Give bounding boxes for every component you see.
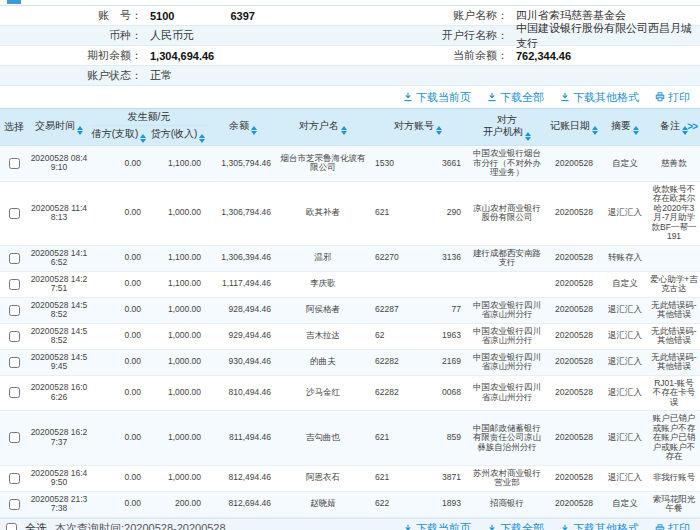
cell-balance: 1,305,794.46 [208,146,278,182]
cell-counterparty-bank: 招商银行 [468,491,546,517]
cell-counterparty-name: 欧其补者 [278,181,368,245]
col-amount-group: 发生额/元 [90,109,208,126]
col-credit[interactable]: 贷方(收入) [148,126,208,146]
account-name-label: 账户名称： [418,8,508,23]
cell-summary: 转账存入 [602,245,648,271]
cell-credit: 1,000.00 [148,349,208,375]
cell-counterparty-name: 烟台市芝罘鲁海化玻有限公司 [278,146,368,182]
col-transaction-time[interactable]: 交易时间 [28,109,90,146]
cell-transaction-time: 20200528 14:16:52 [28,245,90,271]
cell-counterparty-account: 6221893 [368,491,468,517]
download-all-link[interactable]: 下载全部 [487,521,544,530]
table-row: 20200528 14:59:450.001,000.00930,494.46的… [0,349,700,375]
sort-icon[interactable] [77,126,83,135]
account-status-label: 账户状态： [0,68,142,83]
cell-debit: 0.00 [90,245,148,271]
cell-transaction-time: 20200528 16:27:37 [28,411,90,466]
top-tab-indicator [7,0,21,4]
table-row: 20200528 14:16:520.001,100.001,306,394.4… [0,245,700,271]
col-debit[interactable]: 借方(支取) [90,126,148,146]
download-other-format-link[interactable]: 下载其他格式 [560,90,639,105]
cell-remark: 非我行账号 [648,465,700,491]
sort-icon[interactable] [436,126,442,135]
cell-remark: 收款账号不存在欧其尔哈2020年3月-7月助学款BF一帮一191 [648,181,700,245]
print-link[interactable]: 打印 [655,521,690,530]
sort-icon[interactable] [592,126,598,135]
download-current-page-link[interactable]: 下载当前页 [403,90,471,105]
cell-transaction-time: 20200528 14:27:51 [28,271,90,297]
download-other-format-link[interactable]: 下载其他格式 [560,521,639,530]
download-icon [403,92,413,102]
cell-post-date: 20200528 [546,491,602,517]
row-checkbox[interactable] [9,331,20,342]
sort-icon[interactable] [251,126,257,135]
cell-remark: 爱心助学+吉克古达 [648,271,700,297]
account-info-panel: 账 号： 51006397 账户名称： 四川省索玛慈善基金会 币种： 人民币元 … [0,6,700,86]
sort-icon[interactable] [341,126,347,135]
download-icon [403,524,413,530]
cell-transaction-time: 20200528 21:37:38 [28,491,90,517]
cell-transaction-time: 20200528 14:58:52 [28,323,90,349]
cell-select [0,146,28,182]
row-checkbox[interactable] [9,473,20,484]
row-checkbox[interactable] [9,305,20,316]
sort-icon[interactable] [140,134,146,143]
cell-counterparty-account: 6213871 [368,465,468,491]
cell-select [0,297,28,323]
col-balance[interactable]: 余额 [208,109,278,146]
col-counterparty-bank[interactable]: 对方开户机构 [468,109,546,146]
cell-summary: 退汇汇入 [602,411,648,466]
cell-counterparty-bank: 中国邮政储蓄银行有限责任公司凉山彝族自治州分行 [468,411,546,466]
cell-debit: 0.00 [90,491,148,517]
currency-row: 币种： 人民币元 开户行名称： 中国建设银行股份有限公司西昌月城支行 [0,26,700,46]
sort-icon[interactable] [199,134,205,143]
cell-counterparty-bank: 中国农业银行四川省凉山州分行 [468,349,546,375]
cell-transaction-time: 20200528 08:49:10 [28,146,90,182]
cell-balance: 928,494.46 [208,297,278,323]
cell-debit: 0.00 [90,181,148,245]
col-counterparty-name[interactable]: 对方户名 [278,109,368,146]
cell-counterparty-bank: 建行成都西安南路支行 [468,245,546,271]
row-checkbox[interactable] [9,158,20,169]
cell-counterparty-name: 吉勾曲也 [278,411,368,466]
select-all-checkbox[interactable] [6,523,17,530]
cell-counterparty-bank: 中国农业银行烟台市分行（不对外办理业务） [468,146,546,182]
account-status-row: 账户状态： 正常 [0,66,700,86]
table-header: 选择 交易时间 发生额/元 余额 对方户名 对方账号 对方开户机构 记账日期 摘… [0,109,700,146]
sort-icon[interactable] [525,132,531,141]
row-checkbox[interactable] [9,387,20,398]
download-all-link[interactable]: 下载全部 [487,90,544,105]
row-checkbox[interactable] [9,208,20,219]
col-remark[interactable]: 备注>> [648,109,700,146]
cell-counterparty-account: 622822169 [368,349,468,375]
cell-select [0,245,28,271]
cell-credit: 1,000.00 [148,375,208,411]
account-number-value: 51006397 [142,10,418,22]
col-post-date[interactable]: 记账日期 [546,109,602,146]
cell-credit: 1,100.00 [148,146,208,182]
cell-debit: 0.00 [90,411,148,466]
opening-balance-value: 1,304,694.46 [142,50,418,62]
cell-select [0,181,28,245]
cell-credit: 1,000.00 [148,297,208,323]
row-checkbox[interactable] [9,253,20,264]
select-all-bar: 全选 本次查询时间:20200528-20200528 下载当前页 下载全部 下… [0,518,700,530]
col-summary[interactable]: 摘要 [602,109,648,146]
print-link[interactable]: 打印 [655,90,690,105]
row-checkbox[interactable] [9,432,20,443]
currency-value: 人民币元 [142,28,418,43]
sort-icon[interactable] [633,126,639,135]
cell-counterparty-name: 李庆歌 [278,271,368,297]
more-columns-link[interactable]: >> [687,121,697,133]
transactions-table: 选择 交易时间 发生额/元 余额 对方户名 对方账号 对方开户机构 记账日期 摘… [0,108,700,518]
cell-counterparty-account: 622820068 [368,375,468,411]
cell-counterparty-bank: 凉山农村商业银行股份有限公司 [468,181,546,245]
row-checkbox[interactable] [9,279,20,290]
cell-select [0,411,28,466]
cell-transaction-time: 20200528 11:48:13 [28,181,90,245]
download-current-page-link[interactable]: 下载当前页 [403,521,471,530]
col-counterparty-account[interactable]: 对方账号 [368,109,468,146]
cell-summary: 自定义 [602,146,648,182]
row-checkbox[interactable] [9,357,20,368]
row-checkbox[interactable] [9,499,20,510]
